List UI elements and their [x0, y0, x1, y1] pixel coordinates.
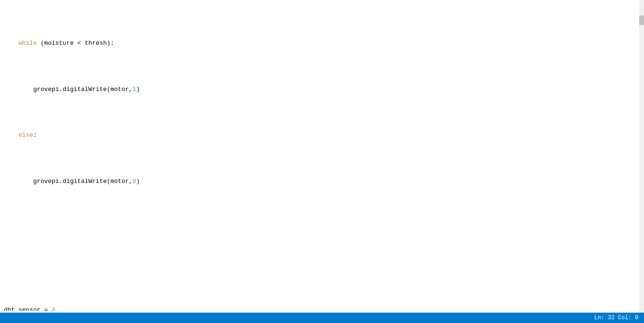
code-line-1: while (moisture < thresh):	[4, 39, 640, 48]
scrollbar-thumb[interactable]	[639, 16, 644, 25]
code-container: while (moisture < thresh): grovepi.digit…	[0, 2, 644, 311]
code-line-5	[4, 223, 640, 232]
cursor-position: Ln: 32 Col: 0	[594, 315, 638, 321]
code-line-4: grovepi.digitalWrite(motor,0)	[4, 177, 640, 186]
code-line-2: grovepi.digitalWrite(motor,1)	[4, 85, 640, 94]
scrollbar-vertical[interactable]	[639, 0, 644, 313]
status-bar: Ln: 32 Col: 0	[0, 313, 644, 323]
editor-area[interactable]: while (moisture < thresh): grovepi.digit…	[0, 0, 644, 313]
code-line-7: dht_sensor = 4	[4, 306, 640, 311]
code-line-6	[4, 259, 640, 269]
code-line-3: else:	[4, 131, 640, 140]
